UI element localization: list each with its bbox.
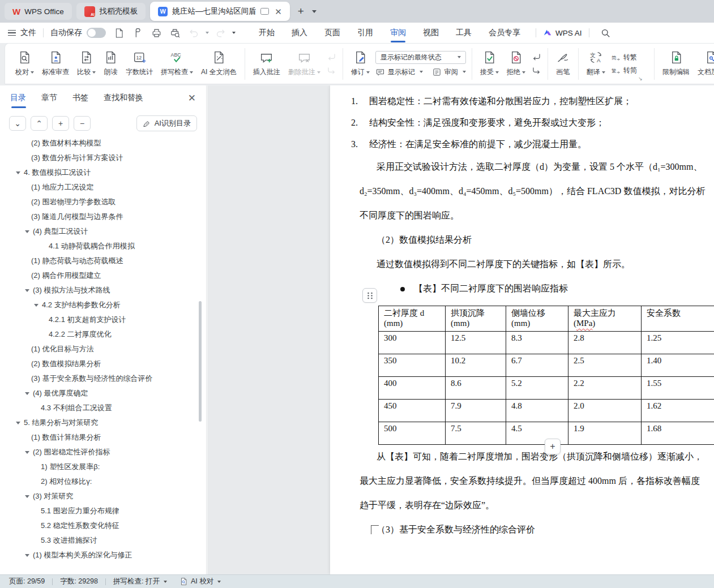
table-header-cell[interactable]: 二衬厚度 d (mm) (379, 306, 446, 332)
expand-all-button[interactable]: ⌄ (9, 116, 26, 131)
table-cell[interactable]: 2.2 (568, 377, 642, 400)
ai-proof-status[interactable]: AI 校对 (191, 577, 213, 586)
heading-3[interactable]: （3）基于安全系数与经济性的综合评价 (360, 518, 714, 542)
group-expand-icon[interactable]: ↘ (638, 76, 643, 81)
translate-button[interactable]: 文A 翻译 (583, 49, 609, 78)
word-count-indicator[interactable]: 字数: 29298 (60, 577, 98, 586)
toc-item[interactable]: (2) 围岩稳定性评价指标 (0, 445, 206, 460)
print-icon[interactable] (151, 28, 162, 38)
collapse-all-button[interactable]: ⌃ (31, 116, 48, 131)
tab-docer[interactable]: AI 找稻壳模板 (76, 3, 146, 20)
brush-button[interactable]: 画笔 (552, 49, 574, 78)
zoom-out-button[interactable]: − (74, 116, 91, 131)
table-header-cell[interactable]: 侧墙位移 (mm) (506, 306, 568, 332)
menu-tab[interactable]: 引用 (349, 23, 382, 43)
spellcheck-status[interactable]: 拼写检查: 打开 (113, 577, 160, 586)
toc-item[interactable]: 4. 数值模拟工况设计 (0, 165, 206, 180)
table-cell[interactable]: 300 (379, 332, 446, 354)
next-change-icon[interactable] (531, 66, 542, 75)
table-cell[interactable]: 2.5 (568, 354, 642, 377)
table-cell[interactable]: 12.5 (446, 332, 506, 354)
toc-item[interactable]: 1) 塑性区发展率β: (0, 460, 206, 474)
wps-ai-entry[interactable]: WPS AI (543, 28, 582, 37)
collapse-triangle-icon[interactable] (16, 171, 20, 174)
markup-state-select[interactable]: 显示标记的最终状态 (375, 51, 466, 64)
toc-item[interactable]: (3) 隧道几何模型与边界条件 (0, 209, 206, 224)
text-line[interactable]: 不同厚度下的围岩响应。 (360, 204, 714, 228)
toc-item[interactable]: 5.2 稳定性系数变化特征 (0, 518, 206, 533)
toc-item[interactable]: (1) 优化目标与方法 (0, 342, 206, 357)
table-cell[interactable]: 8.6 (446, 377, 506, 400)
table-cell[interactable]: 500 (379, 422, 446, 445)
toc-item[interactable]: (4) 典型工况设计 (0, 224, 206, 239)
table-cell[interactable]: 5.2 (506, 377, 568, 400)
table-cell[interactable]: 1.25 (642, 332, 714, 354)
menu-tab[interactable]: 工具 (447, 23, 480, 43)
toc-item[interactable]: 4.1 动静荷载耦合作用模拟 (0, 239, 206, 254)
menu-tab[interactable]: 审阅 (382, 23, 414, 43)
toc-item[interactable]: (1) 数值计算结果分析 (0, 430, 206, 445)
table-cell[interactable]: 7.5 (446, 422, 506, 445)
accept-button[interactable]: 接受 (476, 49, 503, 78)
toc-item[interactable]: 5. 结果分析与对策研究 (0, 415, 206, 430)
table-cell[interactable]: 450 (379, 400, 446, 422)
track-changes-button[interactable]: 修订 (347, 49, 374, 78)
print-preview-icon[interactable] (170, 28, 181, 38)
autosave-toggle[interactable] (87, 28, 106, 38)
spell-check-button[interactable]: ABC 拼写检查 (157, 49, 197, 78)
table-cell[interactable]: 8.3 (506, 332, 568, 354)
toc-item[interactable]: (2) 数值模拟结果分析 (0, 357, 206, 371)
toc-item[interactable]: (3) 模拟方法与技术路线 (0, 283, 206, 298)
menu-tab[interactable]: 会员专享 (480, 23, 529, 43)
toc-item[interactable]: (2) 耦合作用模型建立 (0, 268, 206, 283)
table-header-cell[interactable]: 安全系数 (642, 306, 714, 332)
list-drag-handle[interactable] (362, 288, 377, 303)
table-caption-row[interactable]: 【表】不同二衬厚度下的围岩响应指标 (400, 277, 714, 301)
text-line[interactable]: 趋于平缓，表明存在“边际效应”。 (360, 493, 714, 518)
sidebar-scrollbar[interactable] (199, 301, 202, 422)
collapse-triangle-icon[interactable] (16, 422, 20, 424)
to-simplified-button[interactable]: 繁 转简 (611, 66, 637, 75)
collapse-triangle-icon[interactable] (25, 495, 29, 498)
search-icon[interactable] (600, 28, 611, 38)
table-cell[interactable]: 4.8 (506, 400, 568, 422)
to-traditional-button[interactable]: 简 转繁 (611, 53, 637, 62)
zoom-in-button[interactable]: + (52, 116, 69, 131)
table-cell[interactable]: 2.8 (568, 332, 642, 354)
tab-document[interactable]: W 姚庄站—七里沟站区间盾构隧 ✕ (150, 2, 290, 21)
insert-comment-button[interactable]: 插入批注 (249, 49, 284, 78)
compare-button[interactable]: 比较 (73, 49, 100, 78)
collapse-triangle-icon[interactable] (34, 304, 39, 307)
save-icon[interactable] (114, 28, 125, 38)
reject-button[interactable]: 拒绝 (503, 49, 529, 78)
toc-item[interactable]: (3) 对策研究 (0, 489, 206, 504)
read-aloud-button[interactable]: 朗读 (100, 49, 122, 78)
numbered-item[interactable]: 3.经济性：在满足安全标准的前提下，减少混凝土用量。 (351, 134, 714, 155)
close-tab-icon[interactable]: ✕ (275, 7, 282, 16)
menu-tab[interactable]: 插入 (283, 23, 316, 43)
toc-item[interactable]: (2) 数值材料本构模型 (0, 136, 206, 151)
response-indicator-table[interactable]: 二衬厚度 d (mm)拱顶沉降 (mm)侧墙位移 (mm)最大主应力 (MPa)… (378, 306, 714, 445)
more-caret-icon[interactable] (232, 32, 236, 34)
tab-list-caret-icon[interactable] (312, 10, 317, 13)
table-cell[interactable]: 6.7 (506, 354, 568, 377)
close-sidebar-icon[interactable]: ✕ (188, 93, 196, 108)
previous-change-icon[interactable] (531, 53, 542, 62)
toc-item[interactable]: (1) 模型本构关系的深化与修正 (0, 548, 206, 561)
table-cell[interactable]: 7.9 (446, 400, 506, 422)
toc-item[interactable]: (3) 数值分析与计算方案设计 (0, 151, 206, 165)
toc-item[interactable]: 5.3 改进措施探讨 (0, 533, 206, 548)
table-header-cell[interactable]: 拱顶沉降 (mm) (446, 306, 506, 332)
toc-item[interactable]: (3) 基于安全系数与经济性的综合评价 (0, 371, 206, 386)
collapse-triangle-icon[interactable] (25, 289, 29, 292)
new-tab-button[interactable]: + (294, 5, 307, 18)
table-cell[interactable]: 2.0 (568, 400, 642, 422)
table-cell[interactable]: 400 (379, 377, 446, 400)
text-line[interactable]: 采用正交试验设计方法，选取二衬厚度（d）为变量，设置 5 个水平（d₁=300m… (360, 155, 714, 179)
export-pdf-icon[interactable] (132, 28, 143, 38)
collapse-triangle-icon[interactable] (25, 554, 29, 557)
heading-2[interactable]: （2）数值模拟结果分析 (360, 228, 714, 252)
word-count-button[interactable]: 12 字数统计 (122, 49, 157, 78)
tab-chapters[interactable]: 章节 (41, 93, 57, 108)
tab-contents[interactable]: 目录 (10, 93, 26, 108)
